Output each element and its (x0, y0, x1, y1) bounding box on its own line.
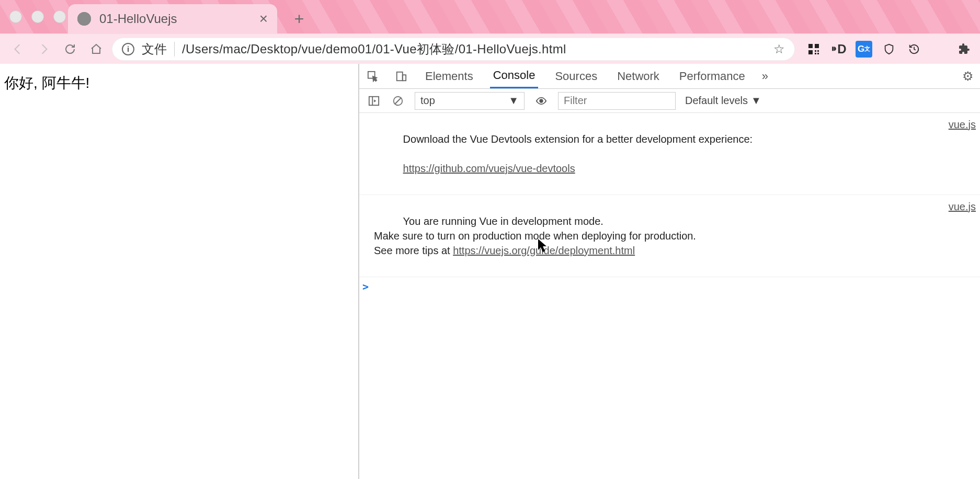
qr-icon[interactable] (805, 41, 822, 58)
svg-rect-8 (397, 72, 403, 81)
console-log-entry: Download the Vue Devtools extension for … (359, 113, 980, 195)
console-log-area: Download the Vue Devtools extension for … (359, 113, 980, 479)
tab-performance[interactable]: Performance (676, 64, 748, 88)
devtools-panel: Elements Console Sources Network Perform… (358, 64, 980, 479)
close-icon[interactable]: × (257, 10, 270, 27)
svg-rect-3 (815, 50, 816, 52)
filter-input[interactable] (558, 92, 676, 110)
more-tabs-icon[interactable]: » (762, 70, 768, 83)
divider (174, 42, 175, 56)
extension-icons: ⁍D G文 (805, 41, 973, 58)
log-source-link[interactable]: vue.js (949, 199, 976, 272)
address-bar[interactable]: i 文件 /Users/mac/Desktop/vue/demo01/01-Vu… (112, 38, 795, 61)
log-levels-dropdown[interactable]: Default levels ▼ (685, 95, 761, 107)
svg-rect-9 (403, 75, 406, 81)
browser-tab-active[interactable]: 01-HelloVuejs × (68, 4, 277, 33)
svg-rect-5 (815, 53, 816, 54)
log-link[interactable]: https://github.com/vuejs/vue-devtools (403, 163, 575, 174)
page-viewport: 你好, 阿牛牛! (0, 64, 358, 479)
info-icon[interactable]: i (122, 43, 134, 55)
device-toolbar-icon[interactable] (394, 69, 408, 84)
svg-rect-0 (808, 44, 813, 48)
inspect-element-icon[interactable] (366, 69, 380, 84)
tab-console[interactable]: Console (490, 64, 539, 88)
address-toolbar: i 文件 /Users/mac/Desktop/vue/demo01/01-Vu… (0, 33, 980, 64)
window-traffic-lights (9, 10, 66, 23)
prompt-caret-icon: > (362, 280, 369, 293)
levels-label: Default levels (685, 95, 748, 107)
console-prompt[interactable]: > (359, 277, 980, 296)
new-tab-button[interactable]: + (290, 9, 309, 28)
reload-button[interactable] (60, 39, 81, 60)
extension-block-icon[interactable] (931, 41, 948, 58)
console-sidebar-toggle-icon[interactable] (367, 94, 381, 108)
execution-context-dropdown[interactable]: top ▼ (415, 92, 525, 110)
google-translate-icon[interactable]: G文 (856, 41, 872, 58)
forward-button[interactable] (33, 39, 54, 60)
window-min-dot[interactable] (31, 10, 44, 23)
console-toolbar: top ▼ Default levels ▼ (359, 89, 980, 113)
svg-rect-1 (815, 44, 819, 48)
url-path: /Users/mac/Desktop/vue/demo01/01-Vue初体验/… (182, 41, 566, 58)
log-text: Download the Vue Devtools extension for … (403, 133, 753, 145)
globe-icon (77, 12, 91, 26)
svg-rect-6 (817, 53, 819, 54)
svg-rect-2 (808, 50, 813, 54)
tab-network[interactable]: Network (614, 64, 663, 88)
svg-rect-10 (369, 96, 379, 105)
svg-point-12 (540, 99, 543, 102)
svg-rect-4 (817, 50, 819, 52)
devtools-tabbar: Elements Console Sources Network Perform… (359, 64, 980, 89)
history-icon[interactable] (906, 41, 922, 58)
extension-d-icon[interactable]: ⁍D (830, 41, 847, 58)
tab-title: 01-HelloVuejs (99, 12, 249, 26)
live-expression-eye-icon[interactable] (534, 94, 549, 108)
context-label: top (420, 95, 435, 107)
clear-console-icon[interactable] (391, 94, 405, 108)
window-max-dot[interactable] (53, 10, 66, 23)
home-button[interactable] (86, 39, 107, 60)
chevron-down-icon: ▼ (751, 95, 761, 107)
tab-strip: 01-HelloVuejs × + (0, 0, 980, 33)
tab-elements[interactable]: Elements (422, 64, 476, 88)
page-heading: 你好, 阿牛牛! (4, 73, 354, 93)
console-log-entry: You are running Vue in development mode.… (359, 195, 980, 277)
gear-icon[interactable]: ⚙ (962, 69, 974, 84)
log-source-link[interactable]: vue.js (949, 117, 976, 190)
bookmark-star-icon[interactable]: ☆ (773, 42, 785, 56)
url-scheme-label: 文件 (142, 41, 167, 58)
extensions-puzzle-icon[interactable] (956, 41, 973, 58)
chevron-down-icon: ▼ (508, 95, 519, 107)
mouse-cursor-icon (538, 238, 548, 253)
shield-icon[interactable] (881, 41, 897, 58)
window-close-dot[interactable] (9, 10, 22, 23)
back-button[interactable] (7, 39, 28, 60)
tab-sources[interactable]: Sources (552, 64, 600, 88)
